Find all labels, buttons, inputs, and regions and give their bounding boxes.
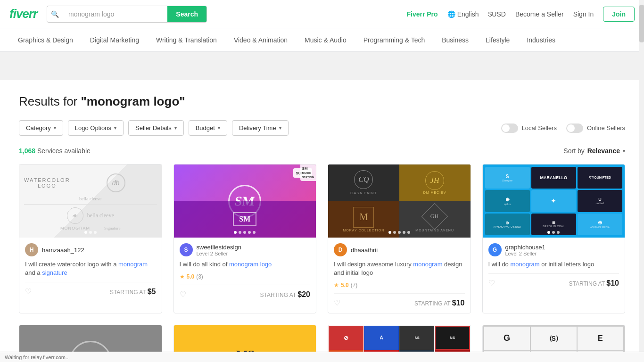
card-dots-3	[388, 231, 410, 234]
card-rating-3: ★ 5.0 (7)	[334, 282, 465, 288]
local-sellers-toggle[interactable]	[501, 123, 518, 133]
heart-button-2[interactable]: ♡	[180, 290, 186, 299]
nav-item-programming[interactable]: Programming & Tech	[355, 28, 433, 52]
card-dots-2	[234, 231, 256, 234]
rating-value-2: 5.0	[187, 273, 195, 280]
card-title-2: I will do all kind of monogram logo	[180, 260, 311, 269]
fiverr-pro-link[interactable]: Fiverr Pro	[406, 10, 438, 18]
price-info-2: STARTING AT $20	[260, 290, 311, 299]
monogram-link-2[interactable]: monogram logo	[229, 261, 272, 268]
online-sellers-toggle[interactable]	[566, 123, 583, 133]
service-card-2[interactable]: SUPER SMMUSICSTATION SM SM	[173, 164, 317, 313]
local-sellers-toggle-group: Local Sellers	[501, 123, 557, 133]
card-dots-1	[84, 231, 97, 234]
monogram-link-3[interactable]: monogram	[413, 261, 442, 268]
scrollbar-thumb[interactable]	[639, 5, 644, 42]
card-title-4: I will do monogram or initial letters lo…	[488, 260, 619, 269]
join-button[interactable]: Join	[603, 7, 635, 22]
nav-item-industries[interactable]: Industries	[518, 28, 564, 52]
filters-bar: Category ▾ Logo Options ▾ Seller Details…	[19, 120, 625, 136]
card-footer-1: ♡ STARTING AT $5	[25, 282, 156, 296]
delivery-time-label: Delivery Time	[239, 124, 276, 132]
signature-link[interactable]: signature	[42, 269, 67, 276]
nav-item-business[interactable]: Business	[433, 28, 477, 52]
scrollbar[interactable]	[639, 0, 644, 362]
price-info-3: STARTING AT $10	[414, 299, 465, 307]
star-icon-3: ★	[334, 282, 339, 288]
local-sellers-label: Local Sellers	[522, 124, 557, 132]
budget-filter[interactable]: Budget ▾	[189, 120, 227, 136]
service-card-1[interactable]: WATERCOLOR LOGO db bella cleeve db bella…	[19, 164, 162, 313]
card-image-3: CQ CASA PAINT JH DM MECIEV M MORAY COLLE…	[328, 165, 471, 238]
nav-item-graphics[interactable]: Graphics & Design	[9, 28, 82, 52]
card-footer-3: ♡ STARTING AT $10	[334, 293, 465, 307]
seller-name-1[interactable]: hamzaaah_122	[42, 247, 84, 254]
chevron-down-icon: ▾	[114, 125, 116, 131]
results-title: Results for "monogram logo"	[19, 94, 625, 109]
logo-options-filter[interactable]: Logo Options ▾	[68, 120, 124, 136]
online-sellers-label: Online Sellers	[587, 124, 625, 132]
service-card-4[interactable]: S Steegier MARANELLO ▽ YOUNIFTED ⊕ aplus…	[482, 164, 626, 313]
currency-selector[interactable]: $USD	[488, 10, 506, 18]
service-card-3[interactable]: CQ CASA PAINT JH DM MECIEV M MORAY COLLE…	[328, 164, 471, 313]
budget-label: Budget	[196, 124, 215, 132]
seller-name-3[interactable]: dhaaathrii	[351, 247, 378, 254]
search-button[interactable]: Search	[167, 6, 206, 22]
card-image-2: SUPER SMMUSICSTATION SM SM	[174, 165, 316, 238]
nav-item-lifestyle[interactable]: Lifestyle	[477, 28, 518, 52]
sort-bar: Sort by Relevance ▾	[563, 147, 625, 155]
status-bar: Waiting for relay.fiverr.com...	[0, 352, 644, 362]
heart-button-4[interactable]: ♡	[488, 279, 495, 288]
nav-item-writing[interactable]: Writing & Translation	[148, 28, 225, 52]
delivery-time-filter[interactable]: Delivery Time ▾	[232, 120, 289, 136]
chevron-down-icon: ▾	[279, 125, 281, 131]
online-sellers-toggle-group: Online Sellers	[566, 123, 625, 133]
monogram-link[interactable]: monogram	[118, 261, 148, 268]
seller-name-4[interactable]: graphichouse1	[505, 244, 545, 251]
sign-in-link[interactable]: Sign In	[573, 10, 594, 18]
card-dots-4	[547, 231, 560, 234]
chevron-down-icon: ▾	[218, 125, 220, 131]
become-seller-link[interactable]: Become a Seller	[515, 10, 564, 18]
chevron-down-icon: ▾	[623, 148, 625, 154]
toggle-thumb	[502, 124, 510, 132]
review-count-2: (3)	[196, 273, 203, 280]
nav-item-music[interactable]: Music & Audio	[296, 28, 355, 52]
price-info-4: STARTING AT $10	[569, 279, 619, 288]
monogram-link-4[interactable]: monogram	[510, 261, 539, 268]
sort-label: Sort by	[563, 147, 584, 155]
category-filter[interactable]: Category ▾	[19, 120, 63, 136]
seller-details-label: Seller Details	[135, 124, 172, 132]
card-footer-4: ♡ STARTING AT $10	[488, 273, 619, 288]
globe-icon: 🌐	[447, 10, 455, 18]
sort-value[interactable]: Relevance	[587, 147, 620, 155]
avatar-1: H	[25, 243, 38, 256]
banner	[0, 52, 644, 80]
avatar-3: D	[334, 243, 347, 256]
language-selector[interactable]: 🌐 English	[447, 10, 479, 18]
results-count: 1,068 Services available	[19, 147, 91, 155]
rating-value-3: 5.0	[341, 282, 349, 288]
seller-info-1: H hamzaaah_122	[25, 243, 156, 256]
header-right: Fiverr Pro 🌐 English $USD Become a Selle…	[406, 7, 635, 22]
language-label: English	[457, 10, 479, 18]
star-icon-2: ★	[180, 273, 185, 280]
nav-item-digital-marketing[interactable]: Digital Marketing	[82, 28, 148, 52]
logo-options-label: Logo Options	[75, 124, 111, 132]
search-input[interactable]	[63, 7, 167, 22]
card-image-4: S Steegier MARANELLO ▽ YOUNIFTED ⊕ aplus…	[483, 165, 625, 238]
filter-toggles: Local Sellers Online Sellers	[501, 123, 625, 133]
status-text: Waiting for relay.fiverr.com...	[5, 354, 70, 360]
logo[interactable]: fiverr	[9, 7, 37, 21]
chevron-down-icon: ▾	[54, 125, 56, 131]
heart-button-3[interactable]: ♡	[334, 298, 340, 307]
seller-level-2: Level 2 Seller	[197, 251, 241, 256]
main-nav: Graphics & Design Digital Marketing Writ…	[0, 28, 644, 52]
heart-button-1[interactable]: ♡	[25, 287, 32, 296]
seller-info-4: G graphichouse1 Level 2 Seller	[488, 243, 619, 256]
seller-name-2[interactable]: sweetliestdesign	[197, 244, 241, 251]
results-bar: 1,068 Services available Sort by Relevan…	[19, 147, 625, 155]
card-title-3: I will design awesome luxury monogram de…	[334, 260, 465, 277]
seller-details-filter[interactable]: Seller Details ▾	[128, 120, 184, 136]
nav-item-video[interactable]: Video & Animation	[225, 28, 296, 52]
